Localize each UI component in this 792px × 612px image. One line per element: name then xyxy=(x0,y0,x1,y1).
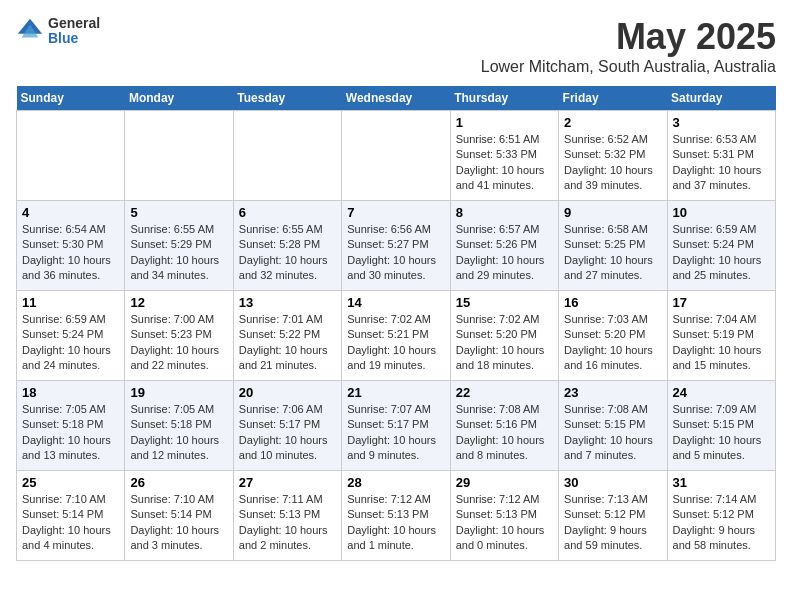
day-info: Sunrise: 7:02 AM Sunset: 5:20 PM Dayligh… xyxy=(456,312,553,374)
day-info: Sunrise: 6:59 AM Sunset: 5:24 PM Dayligh… xyxy=(22,312,119,374)
calendar-cell xyxy=(17,111,125,201)
main-title: May 2025 xyxy=(481,16,776,58)
day-info: Sunrise: 7:05 AM Sunset: 5:18 PM Dayligh… xyxy=(22,402,119,464)
day-number: 20 xyxy=(239,385,336,400)
day-info: Sunrise: 6:59 AM Sunset: 5:24 PM Dayligh… xyxy=(673,222,770,284)
day-info: Sunrise: 6:58 AM Sunset: 5:25 PM Dayligh… xyxy=(564,222,661,284)
day-info: Sunrise: 7:06 AM Sunset: 5:17 PM Dayligh… xyxy=(239,402,336,464)
calendar-table: SundayMondayTuesdayWednesdayThursdayFrid… xyxy=(16,86,776,561)
day-number: 7 xyxy=(347,205,444,220)
day-info: Sunrise: 7:09 AM Sunset: 5:15 PM Dayligh… xyxy=(673,402,770,464)
logo: General Blue xyxy=(16,16,100,47)
calendar-cell: 9Sunrise: 6:58 AM Sunset: 5:25 PM Daylig… xyxy=(559,201,667,291)
day-number: 15 xyxy=(456,295,553,310)
calendar-cell: 20Sunrise: 7:06 AM Sunset: 5:17 PM Dayli… xyxy=(233,381,341,471)
day-number: 24 xyxy=(673,385,770,400)
day-number: 3 xyxy=(673,115,770,130)
day-number: 13 xyxy=(239,295,336,310)
calendar-cell: 25Sunrise: 7:10 AM Sunset: 5:14 PM Dayli… xyxy=(17,471,125,561)
calendar-cell: 4Sunrise: 6:54 AM Sunset: 5:30 PM Daylig… xyxy=(17,201,125,291)
calendar-cell: 5Sunrise: 6:55 AM Sunset: 5:29 PM Daylig… xyxy=(125,201,233,291)
day-info: Sunrise: 6:52 AM Sunset: 5:32 PM Dayligh… xyxy=(564,132,661,194)
day-number: 11 xyxy=(22,295,119,310)
day-header-thursday: Thursday xyxy=(450,86,558,111)
calendar-cell: 10Sunrise: 6:59 AM Sunset: 5:24 PM Dayli… xyxy=(667,201,775,291)
calendar-cell: 1Sunrise: 6:51 AM Sunset: 5:33 PM Daylig… xyxy=(450,111,558,201)
day-header-friday: Friday xyxy=(559,86,667,111)
week-row: 11Sunrise: 6:59 AM Sunset: 5:24 PM Dayli… xyxy=(17,291,776,381)
day-info: Sunrise: 7:01 AM Sunset: 5:22 PM Dayligh… xyxy=(239,312,336,374)
day-number: 28 xyxy=(347,475,444,490)
calendar-cell: 2Sunrise: 6:52 AM Sunset: 5:32 PM Daylig… xyxy=(559,111,667,201)
calendar-cell: 16Sunrise: 7:03 AM Sunset: 5:20 PM Dayli… xyxy=(559,291,667,381)
calendar-cell xyxy=(233,111,341,201)
day-header-wednesday: Wednesday xyxy=(342,86,450,111)
day-number: 26 xyxy=(130,475,227,490)
day-info: Sunrise: 7:07 AM Sunset: 5:17 PM Dayligh… xyxy=(347,402,444,464)
day-info: Sunrise: 7:08 AM Sunset: 5:15 PM Dayligh… xyxy=(564,402,661,464)
calendar-cell: 14Sunrise: 7:02 AM Sunset: 5:21 PM Dayli… xyxy=(342,291,450,381)
day-header-monday: Monday xyxy=(125,86,233,111)
subtitle: Lower Mitcham, South Australia, Australi… xyxy=(481,58,776,76)
day-number: 25 xyxy=(22,475,119,490)
day-number: 16 xyxy=(564,295,661,310)
calendar-cell: 31Sunrise: 7:14 AM Sunset: 5:12 PM Dayli… xyxy=(667,471,775,561)
calendar-cell: 21Sunrise: 7:07 AM Sunset: 5:17 PM Dayli… xyxy=(342,381,450,471)
calendar-cell: 3Sunrise: 6:53 AM Sunset: 5:31 PM Daylig… xyxy=(667,111,775,201)
calendar-cell: 19Sunrise: 7:05 AM Sunset: 5:18 PM Dayli… xyxy=(125,381,233,471)
day-info: Sunrise: 7:12 AM Sunset: 5:13 PM Dayligh… xyxy=(347,492,444,554)
calendar-cell: 24Sunrise: 7:09 AM Sunset: 5:15 PM Dayli… xyxy=(667,381,775,471)
day-number: 21 xyxy=(347,385,444,400)
logo-icon xyxy=(16,17,44,45)
day-info: Sunrise: 7:11 AM Sunset: 5:13 PM Dayligh… xyxy=(239,492,336,554)
logo-general: General xyxy=(48,16,100,31)
day-number: 23 xyxy=(564,385,661,400)
day-info: Sunrise: 7:10 AM Sunset: 5:14 PM Dayligh… xyxy=(22,492,119,554)
header-row: SundayMondayTuesdayWednesdayThursdayFrid… xyxy=(17,86,776,111)
logo-blue: Blue xyxy=(48,31,100,46)
day-number: 2 xyxy=(564,115,661,130)
day-number: 6 xyxy=(239,205,336,220)
day-info: Sunrise: 7:04 AM Sunset: 5:19 PM Dayligh… xyxy=(673,312,770,374)
day-number: 5 xyxy=(130,205,227,220)
day-info: Sunrise: 7:08 AM Sunset: 5:16 PM Dayligh… xyxy=(456,402,553,464)
day-info: Sunrise: 7:03 AM Sunset: 5:20 PM Dayligh… xyxy=(564,312,661,374)
calendar-cell: 30Sunrise: 7:13 AM Sunset: 5:12 PM Dayli… xyxy=(559,471,667,561)
day-number: 29 xyxy=(456,475,553,490)
title-block: May 2025 Lower Mitcham, South Australia,… xyxy=(481,16,776,76)
day-number: 8 xyxy=(456,205,553,220)
day-info: Sunrise: 6:56 AM Sunset: 5:27 PM Dayligh… xyxy=(347,222,444,284)
calendar-cell: 15Sunrise: 7:02 AM Sunset: 5:20 PM Dayli… xyxy=(450,291,558,381)
day-info: Sunrise: 6:53 AM Sunset: 5:31 PM Dayligh… xyxy=(673,132,770,194)
calendar-cell xyxy=(125,111,233,201)
day-number: 4 xyxy=(22,205,119,220)
calendar-cell: 28Sunrise: 7:12 AM Sunset: 5:13 PM Dayli… xyxy=(342,471,450,561)
calendar-cell: 12Sunrise: 7:00 AM Sunset: 5:23 PM Dayli… xyxy=(125,291,233,381)
day-number: 12 xyxy=(130,295,227,310)
calendar-cell: 8Sunrise: 6:57 AM Sunset: 5:26 PM Daylig… xyxy=(450,201,558,291)
day-info: Sunrise: 7:14 AM Sunset: 5:12 PM Dayligh… xyxy=(673,492,770,554)
day-number: 1 xyxy=(456,115,553,130)
week-row: 18Sunrise: 7:05 AM Sunset: 5:18 PM Dayli… xyxy=(17,381,776,471)
calendar-cell: 11Sunrise: 6:59 AM Sunset: 5:24 PM Dayli… xyxy=(17,291,125,381)
day-header-tuesday: Tuesday xyxy=(233,86,341,111)
day-info: Sunrise: 6:51 AM Sunset: 5:33 PM Dayligh… xyxy=(456,132,553,194)
day-number: 14 xyxy=(347,295,444,310)
day-info: Sunrise: 6:55 AM Sunset: 5:28 PM Dayligh… xyxy=(239,222,336,284)
week-row: 1Sunrise: 6:51 AM Sunset: 5:33 PM Daylig… xyxy=(17,111,776,201)
day-number: 30 xyxy=(564,475,661,490)
calendar-cell: 29Sunrise: 7:12 AM Sunset: 5:13 PM Dayli… xyxy=(450,471,558,561)
day-number: 19 xyxy=(130,385,227,400)
day-info: Sunrise: 7:10 AM Sunset: 5:14 PM Dayligh… xyxy=(130,492,227,554)
day-info: Sunrise: 7:13 AM Sunset: 5:12 PM Dayligh… xyxy=(564,492,661,554)
calendar-cell: 27Sunrise: 7:11 AM Sunset: 5:13 PM Dayli… xyxy=(233,471,341,561)
day-info: Sunrise: 7:05 AM Sunset: 5:18 PM Dayligh… xyxy=(130,402,227,464)
week-row: 4Sunrise: 6:54 AM Sunset: 5:30 PM Daylig… xyxy=(17,201,776,291)
calendar-cell: 7Sunrise: 6:56 AM Sunset: 5:27 PM Daylig… xyxy=(342,201,450,291)
calendar-cell xyxy=(342,111,450,201)
day-number: 10 xyxy=(673,205,770,220)
day-info: Sunrise: 7:02 AM Sunset: 5:21 PM Dayligh… xyxy=(347,312,444,374)
day-info: Sunrise: 7:12 AM Sunset: 5:13 PM Dayligh… xyxy=(456,492,553,554)
day-number: 31 xyxy=(673,475,770,490)
calendar-cell: 18Sunrise: 7:05 AM Sunset: 5:18 PM Dayli… xyxy=(17,381,125,471)
